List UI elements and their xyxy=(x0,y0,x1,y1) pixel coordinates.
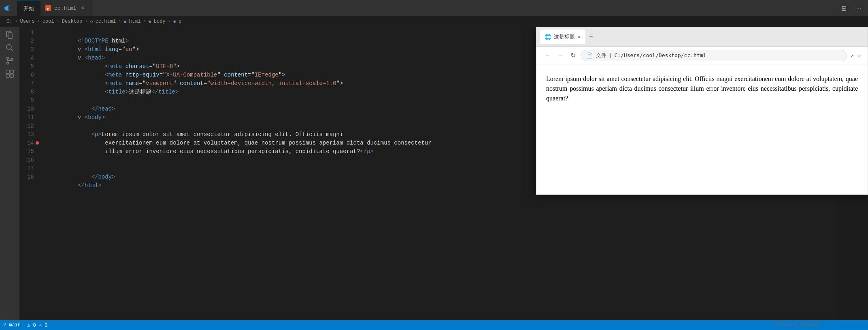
tab-start[interactable]: 开始 xyxy=(17,0,40,16)
forward-button[interactable]: → xyxy=(556,50,566,61)
browser-paragraph: Lorem ipsum dolor sit amet consectetur a… xyxy=(546,74,858,103)
html-file-icon: H xyxy=(45,5,51,11)
breadcrumb-part-html[interactable]: html xyxy=(129,19,141,24)
breadcrumb: C: › Users › cool › Desktop › ◇ cc.html … xyxy=(0,16,868,27)
breadcrumb-part-c[interactable]: C: xyxy=(6,19,12,24)
editor-area: 1 <!DOCTYPE html> 2 v <html lang="en"> 3… xyxy=(0,27,868,320)
browser-page-content: Lorem ipsum dolor sit amet consectetur a… xyxy=(536,64,868,194)
status-errors: ⚠ 0 △ 0 xyxy=(27,322,47,328)
title-bar: 开始 H cc.html × ⊟ ··· xyxy=(0,0,868,16)
search-icon[interactable] xyxy=(5,43,15,53)
browser-nav-bar: ← → ↻ 📄 文件 | C:/Users/cool/Desktop/cc.ht… xyxy=(536,47,868,64)
back-button[interactable]: ← xyxy=(543,50,553,61)
file-tab-close[interactable]: × xyxy=(80,4,86,12)
svg-text:H: H xyxy=(47,7,49,10)
svg-rect-11 xyxy=(10,70,13,73)
svg-rect-10 xyxy=(6,70,9,73)
address-bar[interactable]: 📄 文件 | C:/Users/cool/Desktop/cc.html xyxy=(581,50,847,61)
title-bar-right: ⊟ ··· xyxy=(838,3,865,14)
browser-tab-close-button[interactable]: × xyxy=(577,34,581,40)
split-editor-button[interactable]: ⊟ xyxy=(838,3,850,14)
start-label: 开始 xyxy=(23,5,34,12)
watermark: CSDN @m0_58841665 xyxy=(772,322,819,327)
svg-line-5 xyxy=(11,49,13,51)
address-label: 文件 xyxy=(596,52,606,59)
svg-point-6 xyxy=(7,57,9,60)
breadcrumb-part-body[interactable]: body xyxy=(154,19,166,24)
breadcrumb-part-users[interactable]: Users xyxy=(20,19,35,24)
more-options-button[interactable]: ··· xyxy=(853,3,865,13)
browser-nav-right: ↗ ☆ xyxy=(850,51,861,60)
svg-rect-3 xyxy=(8,33,12,38)
browser-tab-icon: 🌐 xyxy=(545,34,551,40)
error-indicator xyxy=(36,141,39,145)
title-bar-left: 开始 H cc.html × xyxy=(3,0,91,16)
vscode-icon xyxy=(3,4,11,12)
breadcrumb-part-file[interactable]: cc.html xyxy=(96,19,116,24)
tab-group: 开始 H cc.html × xyxy=(17,0,91,16)
refresh-button[interactable]: ↻ xyxy=(569,50,577,61)
svg-rect-13 xyxy=(10,74,13,77)
browser-tab-title: 这是标题 xyxy=(554,33,575,40)
address-url: C:/Users/cool/Desktop/cc.html xyxy=(614,52,706,58)
svg-point-7 xyxy=(7,62,9,64)
share-icon[interactable]: ↗ xyxy=(850,51,854,60)
extensions-icon[interactable] xyxy=(5,69,15,79)
browser-tab-active[interactable]: 🌐 这是标题 × xyxy=(540,30,585,44)
browser-preview: 🌐 这是标题 × + ← → ↻ 📄 文件 | C:/Users/cool/De… xyxy=(536,27,868,195)
svg-point-8 xyxy=(11,59,13,61)
new-tab-button[interactable]: + xyxy=(589,33,593,41)
svg-rect-12 xyxy=(6,74,9,77)
address-file-icon: 📄 xyxy=(586,52,593,59)
breadcrumb-part-p[interactable]: p xyxy=(179,19,181,24)
tab-file[interactable]: H cc.html × xyxy=(40,0,91,16)
status-branch: ⑂ main xyxy=(3,322,21,328)
activity-bar xyxy=(0,27,19,320)
breadcrumb-part-cool[interactable]: cool xyxy=(43,19,54,24)
breadcrumb-part-desktop[interactable]: Desktop xyxy=(62,19,82,24)
file-tab-label: cc.html xyxy=(54,5,77,11)
bookmark-icon[interactable]: ☆ xyxy=(857,51,861,60)
explorer-icon[interactable] xyxy=(5,30,15,40)
status-bar: ⑂ main ⚠ 0 △ 0 xyxy=(0,320,868,330)
browser-tab-bar: 🌐 这是标题 × + xyxy=(536,27,868,47)
source-control-icon[interactable] xyxy=(5,56,15,66)
